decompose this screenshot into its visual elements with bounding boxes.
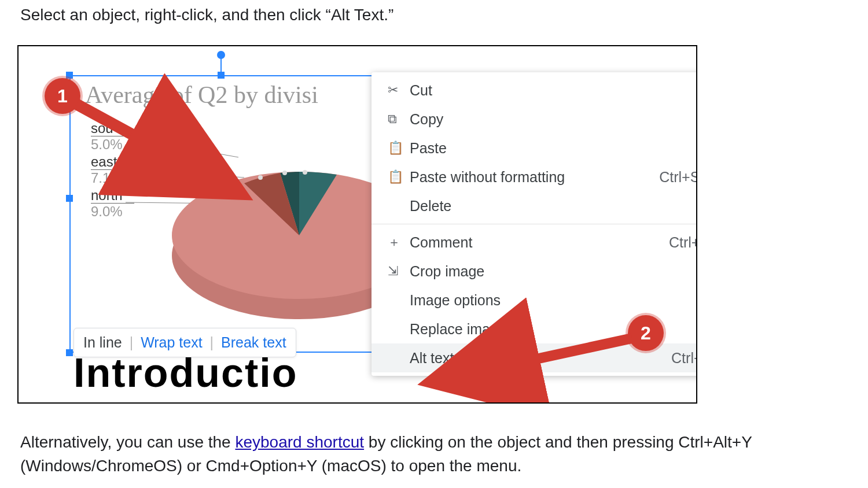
menu-shortcut: Ctrl+Alt+Y (671, 350, 697, 367)
annotation-badge-2: 2 (628, 315, 664, 351)
slice-pct-sou: 5.0% (91, 136, 123, 153)
menu-label: Paste without formatting (410, 169, 659, 186)
menu-label: Alt text (410, 350, 671, 367)
wrap-option-inline[interactable]: In line (83, 334, 122, 350)
slice-label-east: east (91, 154, 117, 170)
wrap-option-wrap[interactable]: Wrap text (141, 334, 203, 350)
menu-item-paste-plain[interactable]: 📋 Paste without formatting Ctrl+Shift+V (372, 162, 697, 191)
wrap-option-break[interactable]: Break text (221, 334, 286, 350)
menu-label: Cut (410, 82, 697, 99)
scissors-icon: ✂ (388, 83, 410, 98)
slice-pct-east: 7.1% (91, 170, 123, 186)
comment-icon: ＋ (388, 234, 410, 251)
menu-label: Comment (410, 234, 669, 251)
menu-item-cut[interactable]: ✂ Cut Ctrl+X (372, 76, 697, 105)
resize-handle-bottom-left[interactable] (66, 349, 73, 356)
menu-shortcut: Ctrl+X (697, 82, 697, 99)
menu-label: Copy (410, 111, 696, 128)
instruction-text: Select an object, right-click, and then … (20, 6, 393, 24)
menu-label: Paste (410, 140, 697, 157)
chart-title: Average of Q2 by divisi (85, 81, 318, 109)
screenshot-frame: Introductio Av (17, 45, 697, 404)
svg-line-1 (126, 169, 244, 178)
menu-item-crop[interactable]: ⇲ Crop image (372, 257, 697, 286)
keyboard-shortcut-link[interactable]: keyboard shortcut (235, 433, 364, 451)
resize-handle-middle-left[interactable] (66, 195, 73, 202)
image-wrap-toolbar: In line | Wrap text | Break text (73, 328, 296, 357)
menu-label: Delete (410, 198, 697, 215)
menu-label: Crop image (410, 263, 697, 280)
svg-point-5 (258, 175, 263, 180)
crop-icon: ⇲ (388, 264, 410, 279)
svg-line-0 (126, 137, 238, 157)
slice-label-sou: sou (91, 120, 113, 136)
slice-pct-north: 9.0% (91, 204, 123, 220)
menu-separator (372, 224, 697, 224)
resize-handle-top-middle[interactable] (218, 72, 225, 79)
copy-icon: ⧉ (388, 112, 410, 127)
followup-text: Alternatively, you can use the keyboard … (20, 431, 848, 478)
menu-item-comment[interactable]: ＋ Comment Ctrl+Alt+M (372, 228, 697, 257)
menu-item-image-options[interactable]: Image options (372, 286, 697, 315)
menu-item-copy[interactable]: ⧉ Copy Ctrl+C (372, 105, 697, 134)
clipboard-plain-icon: 📋 (388, 169, 410, 184)
svg-point-7 (303, 170, 307, 175)
menu-shortcut: Ctrl+C (696, 111, 697, 128)
slice-label-north: north (91, 187, 123, 204)
menu-item-delete[interactable]: Delete (372, 191, 697, 220)
svg-point-6 (282, 171, 287, 175)
menu-shortcut: Ctrl+Alt+M (669, 234, 697, 251)
menu-shortcut: Ctrl+V (697, 140, 697, 157)
followup-before: Alternatively, you can use the (20, 433, 235, 451)
rotation-handle[interactable] (217, 51, 225, 59)
separator: | (207, 334, 218, 350)
clipboard-icon: 📋 (388, 141, 410, 156)
menu-shortcut: Ctrl+Shift+V (659, 169, 697, 186)
menu-item-paste[interactable]: 📋 Paste Ctrl+V (372, 134, 697, 162)
separator: | (126, 334, 137, 350)
annotation-badge-1: 1 (45, 78, 80, 114)
resize-handle-top-left[interactable] (66, 72, 73, 79)
menu-label: Image options (410, 292, 697, 309)
